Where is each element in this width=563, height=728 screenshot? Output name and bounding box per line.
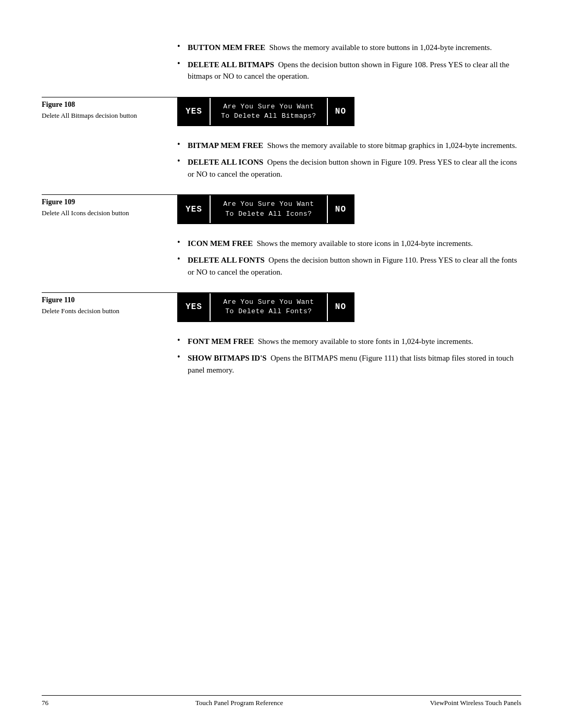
message-text: Are You Sure You WantTo Delete All Bitma… xyxy=(221,102,316,121)
bullet-text: DELETE ALL FONTS Opens the decision butt… xyxy=(188,254,521,278)
figure-109-display: YES Are You Sure You WantTo Delete All I… xyxy=(177,194,521,224)
message-text: Are You Sure You WantTo Delete All Icons… xyxy=(223,200,314,218)
yes-button[interactable]: YES xyxy=(178,195,211,223)
list-item: SHOW BITMAPS ID'S Opens the BITMAPS menu… xyxy=(177,352,521,376)
figure-110-caption: Delete Fonts decision button xyxy=(42,306,167,316)
content-area: BUTTON MEM FREE Shows the memory availab… xyxy=(42,42,521,390)
figure-110-label: Figure 110 Delete Fonts decision button xyxy=(42,292,177,316)
decision-message: Are You Sure You WantTo Delete All Fonts… xyxy=(211,293,327,320)
yes-button[interactable]: YES xyxy=(178,293,211,320)
bullet-bold: SHOW BITMAPS ID'S xyxy=(188,354,266,362)
bullet-text: FONT MEM FREE Shows the memory available… xyxy=(188,336,473,348)
bullet-body: Shows the memory available to store font… xyxy=(258,337,473,346)
page-footer: 76 Touch Panel Program Reference ViewPoi… xyxy=(42,695,521,707)
list-item: DELETE ALL BITMAPS Opens the decision bu… xyxy=(177,59,521,82)
footer-left-text: Touch Panel Program Reference xyxy=(195,699,283,707)
top-bullets: BUTTON MEM FREE Shows the memory availab… xyxy=(177,42,521,88)
figure-108-number: Figure 108 xyxy=(42,101,167,109)
bullet-bold: FONT MEM FREE xyxy=(188,337,254,346)
delete-all-fonts-button[interactable]: YES Are You Sure You WantTo Delete All F… xyxy=(177,292,354,322)
bullet-bold: DELETE ALL FONTS xyxy=(188,256,265,264)
bottom-bullets: FONT MEM FREE Shows the memory available… xyxy=(177,336,521,381)
figure-109-label: Figure 109 Delete All Icons decision but… xyxy=(42,194,177,218)
bullet-body: Shows the memory available to store bitm… xyxy=(267,141,517,150)
yes-button[interactable]: YES xyxy=(178,98,211,125)
figure-109-row: Figure 109 Delete All Icons decision but… xyxy=(42,194,521,224)
figure-110-display: YES Are You Sure You WantTo Delete All F… xyxy=(177,292,521,322)
bullet-text: BUTTON MEM FREE Shows the memory availab… xyxy=(188,42,492,54)
bullet-body: Shows the memory available to store icon… xyxy=(257,239,473,248)
figure-109-caption: Delete All Icons decision button xyxy=(42,208,167,218)
bullet-body: Shows the memory available to store butt… xyxy=(269,43,492,52)
no-button[interactable]: NO xyxy=(327,98,353,125)
mid-bullets-2: ICON MEM FREE Shows the memory available… xyxy=(177,238,521,283)
bullet-bold: DELETE ALL BITMAPS xyxy=(188,60,274,69)
list-item: BUTTON MEM FREE Shows the memory availab… xyxy=(177,42,521,54)
delete-all-icons-button[interactable]: YES Are You Sure You WantTo Delete All I… xyxy=(177,194,354,224)
decision-message: Are You Sure You WantTo Delete All Bitma… xyxy=(211,98,327,125)
bullet-bold: BITMAP MEM FREE xyxy=(188,141,263,150)
bullet-text: ICON MEM FREE Shows the memory available… xyxy=(188,238,473,250)
bullet-bold: BUTTON MEM FREE xyxy=(188,43,265,52)
figure-110-row: Figure 110 Delete Fonts decision button … xyxy=(42,292,521,322)
footer-right-text: ViewPoint Wireless Touch Panels xyxy=(430,699,521,707)
bullet-text: DELETE ALL ICONS Opens the decision butt… xyxy=(188,156,521,180)
figure-108-row: Figure 108 Delete All Bitmaps decision b… xyxy=(42,97,521,126)
page-container: BUTTON MEM FREE Shows the memory availab… xyxy=(0,0,563,728)
figure-110-number: Figure 110 xyxy=(42,296,167,304)
bullet-bold: ICON MEM FREE xyxy=(188,239,253,248)
bullet-text: SHOW BITMAPS ID'S Opens the BITMAPS menu… xyxy=(188,352,521,376)
list-item: ICON MEM FREE Shows the memory available… xyxy=(177,238,521,250)
list-item: FONT MEM FREE Shows the memory available… xyxy=(177,336,521,348)
list-item: DELETE ALL ICONS Opens the decision butt… xyxy=(177,156,521,180)
decision-message: Are You Sure You WantTo Delete All Icons… xyxy=(211,195,327,223)
figure-108-display: YES Are You Sure You WantTo Delete All B… xyxy=(177,97,521,126)
mid-bullets-1: BITMAP MEM FREE Shows the memory availab… xyxy=(177,140,521,186)
figure-108-label: Figure 108 Delete All Bitmaps decision b… xyxy=(42,97,177,120)
figure-108-caption: Delete All Bitmaps decision button xyxy=(42,111,167,120)
page-number: 76 xyxy=(42,699,48,707)
delete-all-bitmaps-button[interactable]: YES Are You Sure You WantTo Delete All B… xyxy=(177,97,354,126)
list-item: DELETE ALL FONTS Opens the decision butt… xyxy=(177,254,521,278)
no-button[interactable]: NO xyxy=(327,293,353,320)
bullet-text: DELETE ALL BITMAPS Opens the decision bu… xyxy=(188,59,521,82)
message-text: Are You Sure You WantTo Delete All Fonts… xyxy=(223,298,314,316)
bullet-bold: DELETE ALL ICONS xyxy=(188,158,263,166)
list-item: BITMAP MEM FREE Shows the memory availab… xyxy=(177,140,521,152)
figure-109-number: Figure 109 xyxy=(42,198,167,206)
bullet-text: BITMAP MEM FREE Shows the memory availab… xyxy=(188,140,517,152)
no-button[interactable]: NO xyxy=(327,195,353,223)
